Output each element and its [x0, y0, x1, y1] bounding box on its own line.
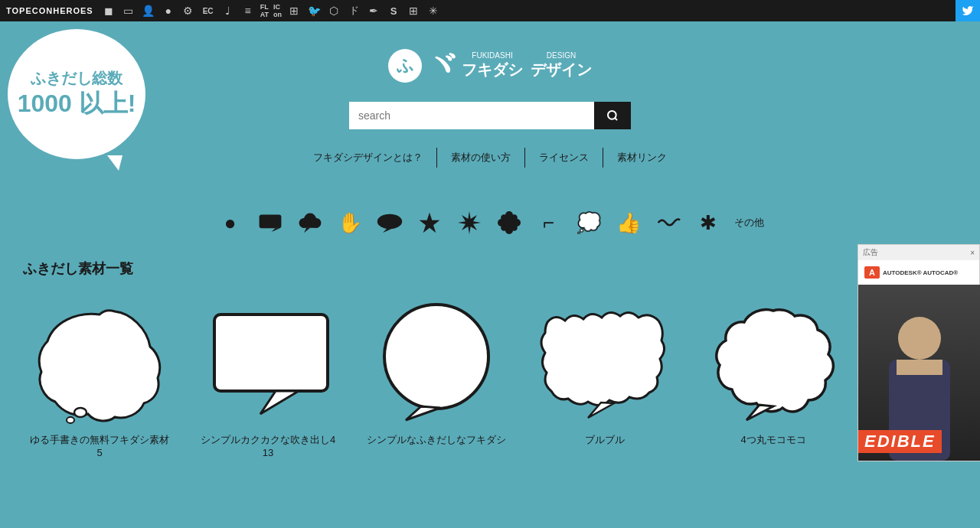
card-1-image: [23, 293, 176, 427]
svg-marker-27: [406, 406, 440, 420]
svg-marker-25: [260, 391, 299, 414]
card-4[interactable]: ブルブル: [528, 293, 681, 458]
ad-brand-text: AUTODESK® AUTOCAD®: [883, 269, 958, 276]
search-button[interactable]: [594, 102, 631, 129]
ad-word: EDIBLE: [858, 430, 942, 453]
filter-wave[interactable]: [655, 209, 682, 236]
top-navigation: TOPECONHEROES ◼ ▭ 👤 ● ⚙ EC ♩ ≡ FLAT ICon…: [0, 0, 980, 21]
card-4-label: ブルブル: [585, 433, 625, 447]
logo-circle[interactable]: ふ: [388, 49, 422, 83]
nav-icon-flat[interactable]: FLAT: [260, 3, 269, 18]
ad-logo: A: [864, 266, 880, 279]
twitter-button[interactable]: [956, 0, 980, 21]
nav-icon-square[interactable]: ◼: [101, 3, 116, 18]
card-2-count: 13: [263, 447, 273, 458]
svg-rect-2: [259, 215, 281, 229]
filter-icon-row: ● ✋: [0, 198, 980, 244]
card-1-label: ゆる手書きの無料フキダシ素材: [30, 433, 169, 447]
nav-link-license[interactable]: ライセンス: [525, 148, 603, 168]
filter-cloud[interactable]: [296, 209, 324, 236]
nav-icon-row: ◼ ▭ 👤 ● ⚙ EC ♩ ≡ FLAT ICon ⊞ 🐦 ⬡ ド ✒ S ⊞…: [101, 3, 974, 18]
nav-icon-ec[interactable]: EC: [201, 3, 216, 18]
filter-flower[interactable]: [495, 209, 523, 236]
nav-icon-hexagon[interactable]: ⬡: [326, 3, 341, 18]
logo-circle-char: ふ: [397, 54, 414, 77]
nav-icon-s[interactable]: S: [386, 3, 401, 18]
filter-thought[interactable]: 💭: [575, 209, 603, 236]
nav-icon-gear[interactable]: ⚙: [181, 3, 196, 18]
nav-icon-lines[interactable]: ≡: [240, 3, 256, 18]
card-5-image: [697, 293, 850, 427]
svg-line-1: [615, 118, 617, 120]
logo-kana: ヾ: [426, 44, 457, 86]
nav-links: フキダシデザインとは？ 素材の使い方 ライセンス 素材リンク: [299, 148, 681, 168]
ad-brand-area: A AUTODESK® AUTOCAD®: [858, 260, 979, 285]
svg-point-23: [67, 417, 74, 423]
svg-rect-24: [214, 315, 328, 391]
filter-starburst[interactable]: [416, 209, 443, 236]
svg-marker-12: [458, 211, 481, 234]
filter-asterisk[interactable]: ✱: [694, 209, 722, 236]
svg-point-30: [898, 317, 941, 360]
logo-katakana1: フキダシ: [462, 60, 523, 80]
card-1[interactable]: ゆる手書きの無料フキダシ素材 5: [23, 293, 176, 458]
nav-icon-bird[interactable]: 🐦: [306, 3, 322, 18]
nav-icon-rect[interactable]: ▭: [121, 3, 136, 18]
nav-icon-icon[interactable]: ICon: [273, 3, 282, 18]
ad-panel: 広告 × A AUTODESK® AUTOCAD® EDIBLE: [858, 244, 980, 461]
filter-thumb[interactable]: 👍: [615, 209, 642, 236]
card-2-image: [191, 293, 345, 427]
nav-icon-circle[interactable]: ●: [161, 3, 176, 18]
svg-point-26: [384, 305, 488, 409]
filter-corner[interactable]: ⌐: [535, 209, 563, 236]
svg-point-22: [74, 408, 87, 417]
filter-circle[interactable]: ●: [217, 209, 244, 236]
nav-icon-grid2[interactable]: ⊞: [286, 3, 302, 18]
filter-hand[interactable]: ✋: [336, 209, 364, 236]
ad-image: EDIBLE: [858, 285, 980, 461]
card-2[interactable]: シンプルカクカクな吹き出し4 13: [191, 293, 345, 458]
search-input[interactable]: [349, 102, 594, 129]
svg-marker-11: [419, 213, 439, 233]
nav-icon-burst[interactable]: ✳: [426, 3, 441, 18]
nav-link-usage[interactable]: 素材の使い方: [437, 148, 525, 168]
card-4-image: [528, 293, 681, 427]
logo-furigana: FUKIDASHI: [472, 51, 512, 60]
nav-link-material[interactable]: 素材リンク: [603, 148, 681, 168]
logo-design-label: DESIGN: [547, 51, 576, 60]
svg-marker-3: [271, 228, 279, 232]
svg-point-21: [504, 217, 514, 227]
filter-other[interactable]: その他: [734, 216, 764, 230]
svg-rect-32: [897, 360, 942, 375]
nav-icon-music[interactable]: ♩: [220, 3, 236, 18]
svg-marker-10: [383, 229, 391, 233]
badge-text-line1: ふきだし総数: [31, 68, 122, 88]
search-area: [349, 102, 631, 129]
section-title: ふきだし素材一覧: [23, 259, 957, 278]
card-3[interactable]: シンプルなふきだしなフキダシ: [360, 293, 513, 458]
card-5-label: 4つ丸モコモコ: [740, 433, 805, 447]
ad-close-button[interactable]: ×: [970, 249, 975, 257]
logo-katakana2: デザイン: [531, 60, 592, 80]
card-3-image: [360, 293, 513, 427]
badge-bubble: ふきだし総数 1000 以上!: [8, 29, 145, 159]
logo-area: ふ ヾ FUKIDASHI フキダシ DESIGN デザイン: [388, 44, 592, 86]
card-1-count: 5: [96, 447, 102, 458]
svg-point-9: [377, 214, 401, 229]
nav-icon-do[interactable]: ド: [346, 3, 361, 18]
card-3-label: シンプルなふきだしなフキダシ: [367, 433, 506, 447]
content-area: ふきだし素材一覧 ゆる手書きの無料フキダシ素材 5: [0, 244, 980, 474]
nav-link-about[interactable]: フキダシデザインとは？: [299, 148, 437, 168]
ad-header: 広告 ×: [858, 245, 979, 260]
filter-splash[interactable]: [456, 209, 483, 236]
nav-icon-pen[interactable]: ✒: [366, 3, 381, 18]
filter-oval-speech[interactable]: [376, 209, 403, 236]
nav-icon-grid3[interactable]: ⊞: [406, 3, 421, 18]
brand-logo[interactable]: TOPECONHEROES: [6, 6, 93, 15]
svg-rect-7: [302, 223, 317, 227]
filter-rect-speech[interactable]: [256, 209, 284, 236]
nav-icon-person[interactable]: 👤: [141, 3, 156, 18]
badge-text-line2: 1000 以上!: [18, 88, 136, 120]
card-5[interactable]: 4つ丸モコモコ: [697, 293, 850, 458]
svg-marker-8: [304, 228, 310, 233]
